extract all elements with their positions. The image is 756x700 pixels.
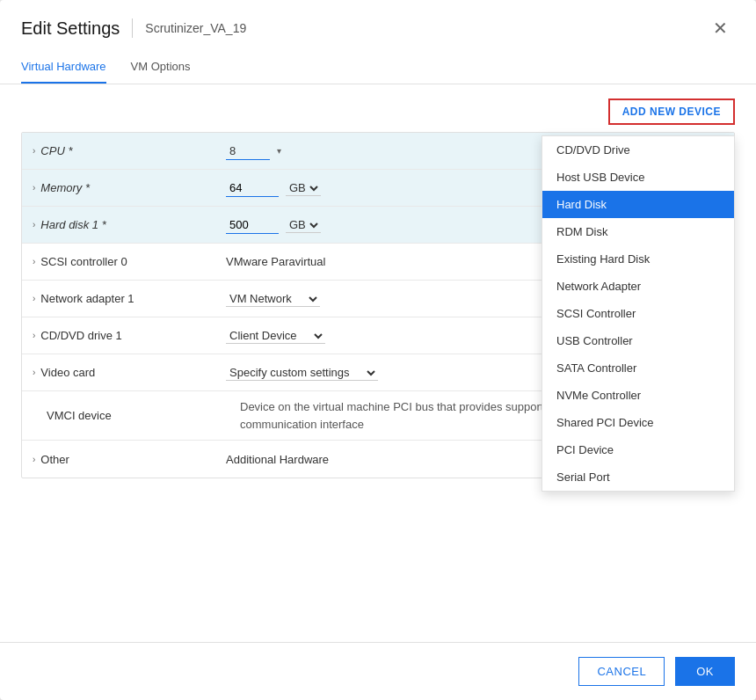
dialog-header: Edit Settings Scrutinizer_VA_19 ✕ bbox=[0, 0, 756, 40]
vmci-label: VMCI device bbox=[47, 409, 240, 422]
dropdown-item-pci-device[interactable]: PCI Device bbox=[542, 436, 734, 463]
cpu-dropdown-arrow-icon[interactable]: ▾ bbox=[277, 146, 281, 156]
hard-disk-input[interactable] bbox=[226, 216, 279, 234]
scsi-label: › SCSI controller 0 bbox=[33, 255, 226, 268]
dropdown-item-cddvd[interactable]: CD/DVD Drive bbox=[542, 136, 734, 164]
edit-settings-dialog: Edit Settings Scrutinizer_VA_19 ✕ Virtua… bbox=[0, 0, 756, 700]
network-select-wrapper: VM Network bbox=[226, 291, 320, 307]
dropdown-item-host-usb[interactable]: Host USB Device bbox=[542, 164, 734, 191]
add-new-device-button[interactable]: ADD NEW DEVICE bbox=[608, 98, 735, 125]
memory-input[interactable] bbox=[226, 179, 279, 197]
cpu-chevron-icon[interactable]: › bbox=[33, 146, 35, 156]
cddvd-chevron-icon[interactable]: › bbox=[33, 331, 35, 340]
video-card-chevron-icon[interactable]: › bbox=[33, 368, 35, 377]
video-card-select[interactable]: Specify custom settings bbox=[226, 365, 378, 381]
dialog-footer: CANCEL OK bbox=[0, 642, 756, 700]
content-area: ADD NEW DEVICE › CPU * ▾ › Memory * bbox=[0, 84, 756, 642]
memory-label: › Memory * bbox=[33, 181, 226, 194]
add-device-bar: ADD NEW DEVICE bbox=[21, 98, 735, 125]
close-button[interactable]: ✕ bbox=[706, 16, 735, 40]
dropdown-item-usb-controller[interactable]: USB Controller bbox=[542, 327, 734, 354]
tab-virtual-hardware[interactable]: Virtual Hardware bbox=[21, 51, 106, 84]
cpu-input[interactable] bbox=[226, 142, 270, 160]
video-card-label: › Video card bbox=[33, 366, 226, 379]
network-adapter-select[interactable]: VM Network bbox=[226, 291, 320, 307]
dropdown-item-nvme-controller[interactable]: NVMe Controller bbox=[542, 382, 734, 409]
header-divider bbox=[132, 18, 133, 38]
dialog-subtitle: Scrutinizer_VA_19 bbox=[145, 21, 246, 35]
dropdown-item-network-adapter[interactable]: Network Adapter bbox=[542, 273, 734, 300]
add-device-dropdown: CD/DVD Drive Host USB Device Hard Disk R… bbox=[542, 135, 735, 492]
dropdown-item-sata-controller[interactable]: SATA Controller bbox=[542, 354, 734, 382]
dropdown-item-existing-hard-disk[interactable]: Existing Hard Disk bbox=[542, 245, 734, 273]
other-chevron-icon[interactable]: › bbox=[33, 455, 35, 464]
ok-button[interactable]: OK bbox=[675, 657, 735, 686]
cpu-label: › CPU * bbox=[33, 144, 226, 157]
dialog-title: Edit Settings bbox=[21, 18, 120, 39]
other-label: › Other bbox=[33, 453, 226, 466]
cancel-button[interactable]: CANCEL bbox=[578, 657, 665, 686]
tab-vm-options[interactable]: VM Options bbox=[131, 51, 191, 84]
tabs-container: Virtual Hardware VM Options bbox=[0, 51, 756, 84]
network-adapter-label: › Network adapter 1 bbox=[33, 292, 226, 305]
memory-unit-select[interactable]: GB MB bbox=[286, 180, 321, 196]
dropdown-item-shared-pci[interactable]: Shared PCI Device bbox=[542, 409, 734, 436]
dropdown-item-serial-port[interactable]: Serial Port bbox=[542, 463, 734, 491]
cddvd-select[interactable]: Client Device bbox=[226, 328, 325, 344]
network-chevron-icon[interactable]: › bbox=[33, 294, 35, 303]
scsi-chevron-icon[interactable]: › bbox=[33, 257, 35, 266]
dropdown-item-rdm-disk[interactable]: RDM Disk bbox=[542, 218, 734, 245]
dropdown-item-scsi-controller[interactable]: SCSI Controller bbox=[542, 300, 734, 327]
hard-disk-unit-select[interactable]: GB MB bbox=[286, 217, 321, 233]
hard-disk-label: › Hard disk 1 * bbox=[33, 218, 226, 231]
hard-disk-chevron-icon[interactable]: › bbox=[33, 220, 35, 230]
memory-chevron-icon[interactable]: › bbox=[33, 183, 35, 193]
dropdown-item-hard-disk[interactable]: Hard Disk bbox=[542, 191, 734, 218]
cddvd-label: › CD/DVD drive 1 bbox=[33, 329, 226, 342]
